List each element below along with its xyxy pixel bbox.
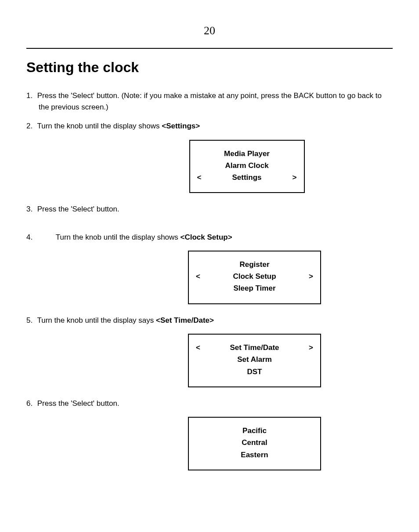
display-screen-settings: Media Player Alarm Clock < Settings >	[189, 140, 305, 193]
right-arrow-icon: >	[309, 342, 313, 353]
step-number: 1.	[26, 90, 35, 102]
step-number: 2.	[26, 120, 35, 132]
page-number: 20	[26, 22, 393, 39]
step-bold: <Set Time/Date>	[156, 316, 214, 324]
menu-item: Pacific	[242, 425, 267, 437]
step-2: 2. Turn the knob until the display shows…	[26, 120, 393, 132]
left-arrow-icon: <	[197, 171, 202, 183]
left-arrow-icon: <	[196, 342, 200, 353]
display-screen-set-time-date: < Set Time/Date > Set Alarm DST	[188, 334, 321, 387]
step-text: Turn the knob until the display says	[37, 316, 156, 324]
right-arrow-icon: >	[309, 270, 313, 282]
step-text: Turn the knob until the display shows	[56, 233, 181, 241]
step-bold: <Settings>	[162, 122, 200, 130]
section-heading: Setting the clock	[26, 57, 393, 78]
steps-list-cont2: 5. Turn the knob until the display says …	[26, 315, 393, 326]
menu-item-selected: Clock Setup	[233, 270, 276, 282]
menu-item: Eastern	[241, 449, 268, 461]
menu-item-selected: Settings	[232, 171, 261, 183]
display-screen-clock-setup: Register < Clock Setup > Sleep Timer	[188, 251, 321, 304]
step-bold: <Clock Setup>	[181, 233, 232, 241]
step-3: 3. Press the 'Select' button.	[26, 204, 393, 215]
steps-list-cont3: 6. Press the 'Select' button.	[26, 398, 393, 409]
display-screen-timezone: Pacific Central Eastern	[188, 417, 321, 470]
horizontal-rule	[26, 48, 393, 49]
left-arrow-icon: <	[196, 270, 200, 282]
menu-item: Alarm Clock	[225, 160, 268, 171]
step-text: Press the 'Select' button.	[37, 205, 119, 213]
menu-item: Set Alarm	[237, 353, 272, 365]
menu-item: Register	[239, 259, 269, 270]
step-text: Press the 'Select' button.	[37, 399, 119, 408]
menu-item: Media Player	[224, 148, 270, 160]
step-text: Press the 'Select' button. (Note: if you…	[37, 91, 382, 111]
step-1: 1. Press the 'Select' button. (Note: if …	[26, 90, 393, 113]
step-text: Turn the knob until the display shows	[37, 122, 162, 130]
menu-item-selected: Set Time/Date	[230, 342, 279, 353]
steps-list-cont: 3. Press the 'Select' button. 4. Turn th…	[26, 204, 393, 243]
menu-item: Sleep Timer	[233, 282, 275, 294]
step-number: 4.	[26, 232, 35, 243]
step-4: 4. Turn the knob until the display shows…	[26, 232, 393, 243]
menu-item: DST	[247, 366, 262, 378]
step-number: 3.	[26, 204, 35, 215]
right-arrow-icon: >	[293, 171, 297, 183]
step-number: 6.	[26, 398, 35, 409]
step-5: 5. Turn the knob until the display says …	[26, 315, 393, 326]
steps-list: 1. Press the 'Select' button. (Note: if …	[26, 90, 393, 132]
menu-item: Central	[242, 437, 267, 448]
step-number: 5.	[26, 315, 35, 326]
step-6: 6. Press the 'Select' button.	[26, 398, 393, 409]
